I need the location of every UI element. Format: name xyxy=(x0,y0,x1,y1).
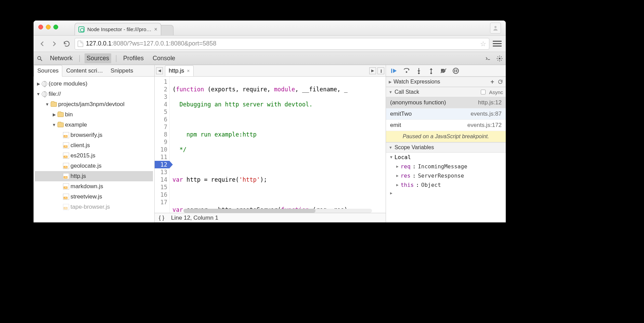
tab-title: Node Inspector - file:///pro… xyxy=(87,26,152,32)
async-checkbox[interactable] xyxy=(481,90,486,94)
section-title: Call Stack xyxy=(395,89,419,95)
navigator-tab-content-scripts[interactable]: Content scri… xyxy=(62,65,107,77)
scrollbar-thumb[interactable] xyxy=(183,209,315,213)
svg-point-3 xyxy=(499,57,501,59)
section-title: Watch Expressions xyxy=(394,79,440,85)
url-path: :8080/?ws=127.0.0.1:8080&port=5858 xyxy=(112,40,216,47)
svg-marker-8 xyxy=(417,70,420,72)
stack-frame[interactable]: emitTwo events.js:87 xyxy=(386,108,506,120)
history-forward-button[interactable]: ▶ xyxy=(369,67,376,74)
chevron-down-icon: ▼ xyxy=(389,90,392,94)
navigator-tab-sources[interactable]: Sources xyxy=(34,65,62,77)
stack-frame[interactable]: emit events.js:172 xyxy=(386,120,506,131)
settings-gear-icon[interactable] xyxy=(496,55,503,62)
scope-variable[interactable]: ▶ this: Object xyxy=(386,180,506,190)
tree-file[interactable]: markdown.js xyxy=(35,181,153,192)
tree-label: (core modules) xyxy=(49,80,87,87)
page-icon xyxy=(78,41,83,47)
close-icon[interactable]: × xyxy=(187,68,190,74)
browser-window: Node Inspector - file:///pro… × 127.0.0.… xyxy=(34,21,506,222)
browser-tab-active[interactable]: Node Inspector - file:///pro… × xyxy=(75,23,161,35)
traffic-lights xyxy=(38,25,58,29)
scope-local-header[interactable]: ▼ Local xyxy=(386,153,506,162)
js-file-icon xyxy=(63,153,69,159)
tree-label: tape-browser.js xyxy=(70,204,110,210)
tab-network[interactable]: Network xyxy=(48,53,75,63)
tree-file[interactable]: tape-browser.js xyxy=(35,202,153,212)
refresh-watch-button[interactable] xyxy=(498,79,503,85)
editor-tabs: ◀ http.js × ▶ ||| xyxy=(155,65,386,77)
gutter[interactable]: 1234567891011121314151617 xyxy=(155,77,170,213)
editor-body[interactable]: 1234567891011121314151617 (function (exp… xyxy=(155,77,386,213)
frame-name: emitTwo xyxy=(390,111,412,117)
svg-point-9 xyxy=(418,72,420,74)
deactivate-breakpoints-button[interactable] xyxy=(439,67,448,75)
forward-button[interactable] xyxy=(50,39,59,48)
minimize-window-button[interactable] xyxy=(46,25,51,29)
navigator-tab-snippets[interactable]: Snippets xyxy=(107,65,137,77)
reload-button[interactable] xyxy=(62,39,71,48)
scope-variable[interactable]: ▶ req: IncomingMessage xyxy=(386,162,506,171)
add-watch-button[interactable]: + xyxy=(490,78,494,86)
more-button[interactable]: ||| xyxy=(377,67,384,74)
debugger-sidebar: ▶ Watch Expressions + ▼ Call Stack Async xyxy=(386,65,506,222)
profile-button[interactable] xyxy=(490,23,501,34)
address-bar[interactable]: 127.0.0.1:8080/?ws=127.0.0.1:8080&port=5… xyxy=(75,38,489,50)
tree-file[interactable]: browserify.js xyxy=(35,130,153,140)
tree-core-modules[interactable]: ▶ (core modules) xyxy=(35,79,153,89)
step-out-button[interactable] xyxy=(427,67,435,75)
js-file-icon xyxy=(63,194,69,200)
maximize-window-button[interactable] xyxy=(53,25,58,29)
variable-name: res xyxy=(401,172,411,179)
bookmark-star-icon[interactable]: ☆ xyxy=(480,40,486,48)
chevron-right-icon: ▶ xyxy=(396,183,399,187)
close-window-button[interactable] xyxy=(38,25,43,29)
globe-icon xyxy=(42,81,47,87)
resume-button[interactable] xyxy=(390,67,398,75)
tab-profiles[interactable]: Profiles xyxy=(121,53,146,63)
tree-file-scheme[interactable]: ▼ file:// xyxy=(35,89,153,99)
tree-example-folder[interactable]: ▼ example xyxy=(35,120,153,130)
editor-tab-http-js[interactable]: http.js × xyxy=(165,65,194,76)
scope-variable[interactable]: ▶ res: ServerResponse xyxy=(386,171,506,180)
scope-more[interactable]: ▶ xyxy=(386,190,506,197)
watch-expressions-header[interactable]: ▶ Watch Expressions + xyxy=(386,77,506,87)
tree-project-folder[interactable]: ▼ projects/jam3npm/devtool xyxy=(35,99,153,109)
tree-bin-folder[interactable]: ▶ bin xyxy=(35,109,153,120)
chevron-down-icon: ▼ xyxy=(36,92,40,96)
frame-location: events.js:87 xyxy=(471,111,502,117)
tab-sources[interactable]: Sources xyxy=(85,53,111,63)
braces-button[interactable]: { } xyxy=(159,215,164,221)
chevron-right-icon: ▶ xyxy=(36,81,40,86)
scope-variables-header[interactable]: ▼ Scope Variables xyxy=(386,142,506,153)
tree-file[interactable]: es2015.js xyxy=(35,151,153,161)
svg-marker-5 xyxy=(393,68,397,73)
stack-frame[interactable]: (anonymous function) http.js:12 xyxy=(386,97,506,108)
separator xyxy=(79,55,80,62)
search-icon[interactable] xyxy=(36,55,43,62)
toggle-drawer-icon[interactable] xyxy=(485,55,491,62)
horizontal-scrollbar[interactable] xyxy=(183,209,372,213)
call-stack-header[interactable]: ▼ Call Stack Async xyxy=(386,87,506,97)
globe-icon xyxy=(42,91,47,97)
tree-file-selected[interactable]: http.js xyxy=(35,171,153,181)
history-back-button[interactable]: ◀ xyxy=(156,67,163,74)
code-area[interactable]: (function (exports, require, module, __f… xyxy=(170,77,386,213)
step-over-button[interactable] xyxy=(402,67,411,75)
pause-message: Paused on a JavaScript breakpoint. xyxy=(386,131,506,142)
tree-file[interactable]: client.js xyxy=(35,140,153,151)
tab-console[interactable]: Console xyxy=(151,53,177,63)
browser-toolbar: 127.0.0.1:8080/?ws=127.0.0.1:8080&port=5… xyxy=(34,36,506,52)
pause-on-exceptions-button[interactable] xyxy=(452,67,460,75)
hamburger-menu-button[interactable] xyxy=(493,39,502,48)
chevron-down-icon: ▼ xyxy=(389,145,392,150)
tree-file[interactable]: geolocate.js xyxy=(35,161,153,171)
back-button[interactable] xyxy=(38,39,47,48)
tab-close-icon[interactable]: × xyxy=(154,26,157,33)
step-into-button[interactable] xyxy=(415,67,423,75)
tree-label: projects/jam3npm/devtool xyxy=(58,101,125,108)
new-tab-button[interactable] xyxy=(160,25,173,35)
panes: Sources Content scri… Snippets ▶ (core m… xyxy=(34,65,506,222)
chevron-right-icon: ▶ xyxy=(52,112,56,117)
tree-file[interactable]: streetview.js xyxy=(35,192,153,202)
